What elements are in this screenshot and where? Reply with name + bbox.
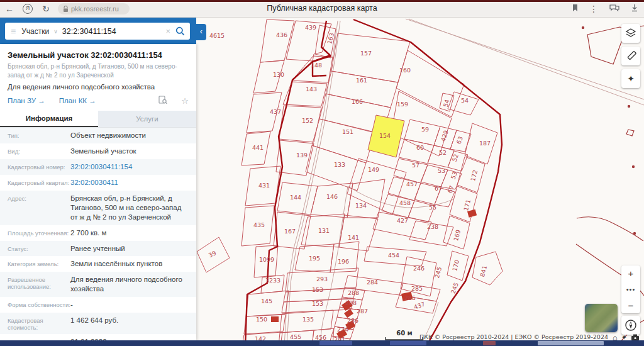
parcel-label: 427 [397,217,408,224]
parcel-label: 161 [356,77,367,84]
menu-dots-icon[interactable]: ⋮ [588,3,599,14]
info-panel: Земельный участок 32:02:0030411:154 Брян… [0,44,196,340]
tab-services[interactable]: Услуги [98,111,196,127]
row-value: Объект недвижимости [70,131,189,140]
parcel-label: 148 [311,62,322,69]
chat-icon[interactable] [609,3,620,14]
info-row: Кадастровый номер:32:02:0030411:154 [0,159,196,175]
row-value: Брянская обл, р-н Брянский, д Тиганово, … [70,194,189,222]
parcel-label: 439 [305,24,316,31]
back-icon[interactable]: ← [4,3,15,14]
parcel-label: 437 [270,108,281,115]
parcel-label: 154 [379,132,391,139]
layers-button[interactable] [621,24,640,43]
row-value: - [70,300,189,310]
lock-icon [63,6,69,13]
favorite-star-icon[interactable]: ☆ [181,96,189,106]
taskbar-item[interactable] [538,341,604,345]
bookmark-icon[interactable] [569,3,580,14]
zoom-out-button[interactable]: − [621,298,640,313]
row-value: 1 462 644 руб. [70,316,189,325]
menu-burger-icon[interactable]: ≡ [5,26,21,36]
refresh-icon[interactable]: ↻ [40,3,52,14]
parcel-label: 187 [479,140,491,147]
window-top-edge [0,0,644,2]
search-header: ≡ Участки ∨ × [0,18,196,44]
parcel-label: 160 [399,67,411,74]
chevron-down-icon[interactable]: ∨ [49,28,62,35]
parcel-label: 52 [439,149,447,156]
parcel-label: 53 [438,167,445,174]
parcel-label: 133 [334,161,345,168]
parcel-label: 144 [290,194,301,201]
info-row: Статус:Ранее учтенный [0,241,196,257]
map-dot [632,165,635,168]
row-value-link[interactable]: 32:02:0030411:154 [70,162,189,172]
row-value: Ранее учтенный [70,244,189,254]
doc-search-icon[interactable] [158,96,167,106]
search-icon[interactable] [174,26,190,36]
overview-minimap[interactable] [585,304,618,332]
info-row: Кадастровый квартал:32:02:0030411 [0,175,196,191]
parcel-label: 57 [412,162,419,169]
parcel-label: 55 [429,204,436,211]
parcel-label: 60 [416,144,424,151]
compass-button[interactable] [621,316,640,335]
identify-button[interactable]: ✦ [621,69,640,88]
info-rows: Тип:Объект недвижимостиВид:Земельный уча… [0,128,196,340]
zoom-in-button[interactable]: + [621,265,640,281]
search-bar: ≡ Участки ∨ × [5,23,190,40]
parcel-label: 196 [338,258,349,265]
parcel-label: 246 [413,265,425,272]
sidebar-collapse-button[interactable]: ‹ [196,24,206,40]
parcel-label: 441 [252,144,264,151]
parcel-label: 195 [309,255,320,262]
parcel-label: 455 [290,333,301,340]
map-canvas[interactable]: 4615436439163130148157160143161166159437… [196,18,644,346]
os-taskbar[interactable] [0,340,644,346]
parcel-label: 288 [348,289,359,296]
parcel-polygon[interactable] [339,215,378,251]
parcel-label: 287 [357,308,368,315]
parcel-label: 3233 [265,277,280,284]
parcel-label: 139 [296,152,308,159]
plan-kk-link[interactable]: План КК → [59,97,96,104]
info-row: Адрес:Брянская обл, р-н Брянский, д Тига… [0,191,196,225]
sparkle-icon: ✦ [627,74,635,84]
parcel-label: 454 [388,252,399,259]
parcel-label: 152 [302,117,313,124]
taskbar-item[interactable] [319,341,352,345]
tab-information[interactable]: Информация [0,111,98,127]
taskbar-item[interactable] [390,341,426,345]
measure-button[interactable] [621,47,640,65]
page-title: Публичная кадастровая карта [267,4,377,13]
parcel-label: 157 [360,50,372,57]
info-row: дата определения:01.01.2022 [0,334,196,340]
plan-zu-link[interactable]: План ЗУ → [8,97,45,104]
clear-icon[interactable]: × [162,26,174,36]
row-label: Адрес: [8,194,70,202]
parcel-label: 166 [352,98,363,105]
parcel-label: 146 [326,193,338,200]
search-input[interactable] [62,27,162,36]
parcel-label: 153 [312,300,323,307]
parcel-label: 238 [427,223,438,230]
scalebar [386,337,423,340]
zoom-controls: + ••• − [621,265,640,313]
info-row: Категория земель:Земли населённых пункто… [0,256,196,272]
download-icon[interactable] [629,3,640,14]
yandex-icon[interactable]: Я [23,4,33,14]
parcel-polygon[interactable] [311,183,353,218]
map-attribution: ПКК © Росреестр 2010-2024 | ЕЭКО © Росре… [419,333,608,340]
map-outline [587,27,626,64]
map-dot [628,105,630,108]
building-footprint [271,316,279,322]
search-category[interactable]: Участки [21,27,49,36]
info-row: Площадь уточненная:2 700 кв. м [0,225,196,241]
row-value-link[interactable]: 32:02:0030411 [70,178,189,187]
parcel-title: Земельный участок 32:02:0030411:154 [0,44,196,61]
parcel-label: 274 [337,326,348,333]
address-bar[interactable]: pkk.rosreestr.ru [58,3,130,14]
zoom-more-button[interactable]: ••• [621,281,640,297]
taskbar-item[interactable] [483,341,496,345]
